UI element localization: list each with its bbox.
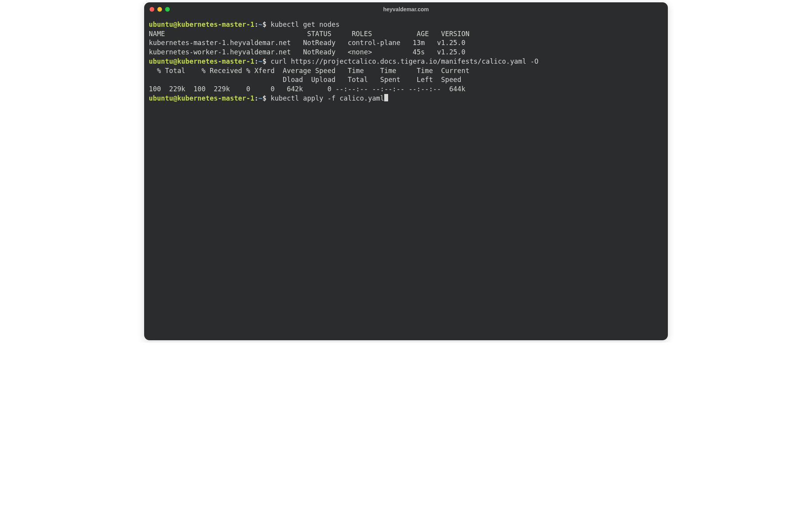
cursor-icon: [384, 94, 388, 101]
prompt-colon: :: [254, 57, 258, 65]
nodes-row-master: kubernetes-master-1.heyvaldemar.net NotR…: [149, 38, 663, 48]
maximize-icon[interactable]: [165, 7, 170, 12]
prompt-path: ~: [258, 57, 262, 65]
terminal-body[interactable]: ubuntu@kubernetes-master-1:~$ kubectl ge…: [144, 16, 668, 340]
prompt-path: ~: [258, 94, 262, 102]
nodes-row-worker: kubernetes-worker-1.heyvaldemar.net NotR…: [149, 48, 663, 57]
curl-progress-row: 100 229k 100 229k 0 0 642k 0 --:--:-- --…: [149, 85, 663, 94]
titlebar: heyvaldemar.com: [144, 2, 668, 16]
prompt-dollar: $: [263, 94, 271, 102]
prompt-dollar: $: [263, 21, 271, 28]
command-1: kubectl get nodes: [270, 21, 340, 28]
prompt-line-2: ubuntu@kubernetes-master-1:~$ curl https…: [149, 57, 663, 66]
prompt-user-host: ubuntu@kubernetes-master-1: [149, 94, 254, 102]
curl-header-1: % Total % Received % Xferd Average Speed…: [149, 66, 663, 76]
traffic-lights: [150, 7, 170, 12]
window-title: heyvaldemar.com: [144, 6, 668, 12]
curl-header-2: Dload Upload Total Spent Left Speed: [149, 75, 663, 85]
terminal-window: heyvaldemar.com ubuntu@kubernetes-master…: [144, 2, 668, 340]
prompt-user-host: ubuntu@kubernetes-master-1: [149, 21, 254, 28]
prompt-path: ~: [258, 21, 262, 28]
minimize-icon[interactable]: [157, 7, 162, 12]
prompt-line-3: ubuntu@kubernetes-master-1:~$ kubectl ap…: [149, 94, 663, 103]
command-2: curl https://projectcalico.docs.tigera.i…: [270, 57, 538, 65]
prompt-line-1: ubuntu@kubernetes-master-1:~$ kubectl ge…: [149, 20, 663, 30]
close-icon[interactable]: [150, 7, 154, 12]
prompt-dollar: $: [263, 57, 271, 65]
prompt-user-host: ubuntu@kubernetes-master-1: [149, 57, 254, 65]
prompt-colon: :: [254, 94, 258, 102]
nodes-header: NAME STATUS ROLES AGE VERSION: [149, 30, 663, 39]
command-3: kubectl apply -f calico.yaml: [270, 94, 384, 102]
prompt-colon: :: [254, 21, 258, 28]
